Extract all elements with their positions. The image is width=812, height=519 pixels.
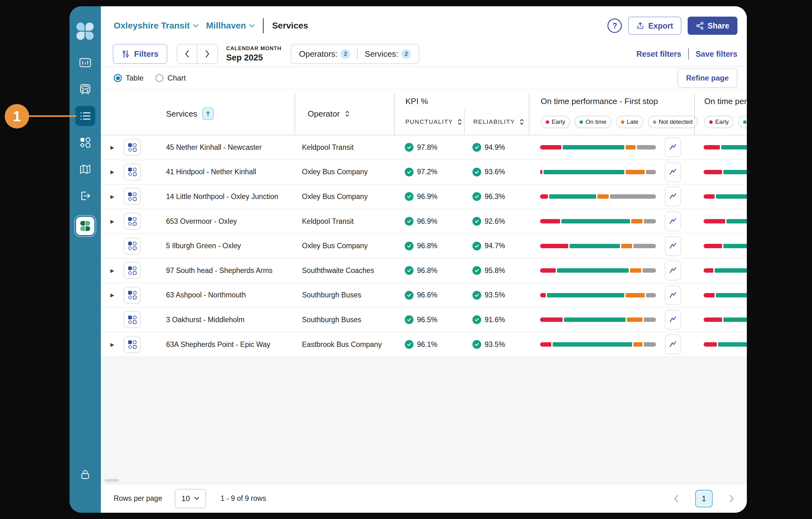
- expand-caret[interactable]: ▶: [110, 292, 114, 298]
- expand-caret[interactable]: ▶: [110, 342, 114, 348]
- expand-caret[interactable]: ▶: [110, 268, 114, 274]
- operator-name: Keldpool Transit: [302, 217, 354, 226]
- check-circle-icon: [405, 192, 413, 201]
- table-view-radio[interactable]: Table: [114, 74, 143, 82]
- sidebar-item-logout[interactable]: [75, 186, 95, 206]
- next-page-button[interactable]: [729, 494, 734, 503]
- square-filled-icon: [128, 316, 132, 319]
- list-icon: [80, 111, 91, 121]
- service-name: 14 Little Northpool - Oxley Junction: [166, 192, 278, 201]
- help-button[interactable]: ?: [607, 19, 622, 33]
- sidebar-item-categories[interactable]: [75, 133, 95, 153]
- service-shapes-icon-button[interactable]: [124, 238, 141, 254]
- export-button[interactable]: Export: [628, 17, 681, 35]
- table-row[interactable]: ▶ 63 Ashpool - Northmouth Southburgh Bus…: [101, 283, 747, 308]
- sparkline-button[interactable]: [665, 137, 681, 157]
- service-shapes-icon-button[interactable]: [124, 164, 141, 181]
- sparkline-button[interactable]: [665, 211, 681, 231]
- reliability-value: 92.6%: [485, 217, 505, 226]
- trend-line-icon: [669, 266, 677, 275]
- previous-month-button[interactable]: [177, 45, 197, 63]
- sparkline-button[interactable]: [665, 187, 681, 207]
- table-row[interactable]: ▶ 97 South head - Shepherds Arms Southth…: [101, 258, 747, 283]
- table-empty-area: [101, 357, 747, 484]
- chart-view-label: Chart: [167, 74, 186, 82]
- circle-outline-icon: [133, 291, 137, 295]
- share-button[interactable]: Share: [688, 17, 737, 35]
- horizontal-scrollbar-thumb[interactable]: [105, 479, 119, 482]
- chart-view-radio[interactable]: Chart: [155, 74, 186, 82]
- sidebar-item-services[interactable]: [75, 106, 95, 126]
- sort-icon[interactable]: [457, 118, 462, 126]
- table-row[interactable]: ▶ 653 Overmoor - Oxley Keldpool Transit …: [101, 209, 747, 234]
- sidebar-item-dashboard[interactable]: [75, 53, 95, 73]
- sparkline-button[interactable]: [665, 236, 681, 256]
- expand-caret[interactable]: ▶: [110, 194, 114, 200]
- legend-chip-early: Early: [704, 116, 734, 128]
- punctuality-value: 96.1%: [417, 340, 437, 349]
- table-row[interactable]: ▶ 14 Little Northpool - Oxley Junction O…: [101, 185, 747, 209]
- service-shapes-icon-button[interactable]: [124, 311, 141, 328]
- punctuality-value: 96.6%: [417, 291, 437, 299]
- sidebar-item-vehicles[interactable]: [75, 79, 95, 99]
- table-row[interactable]: ▶ 41 Hindpool - Nether Kinhall Oxley Bus…: [101, 160, 747, 185]
- service-shapes-icon-button[interactable]: [124, 336, 141, 353]
- table-row[interactable]: ▶ 3 Oakhurst - Middleholm Southburgh Bus…: [101, 308, 747, 332]
- previous-page-button[interactable]: [673, 494, 679, 503]
- sparkline-button[interactable]: [665, 162, 681, 182]
- radio-selected-icon: [114, 74, 122, 82]
- app-logo-icon[interactable]: [77, 23, 94, 40]
- sidebar-item-map[interactable]: [75, 159, 95, 179]
- bar-segment-on-time: [721, 145, 747, 149]
- diamond-outline-icon: [128, 246, 132, 250]
- check-circle-icon: [405, 291, 413, 300]
- expand-caret[interactable]: ▶: [110, 144, 114, 151]
- filters-button[interactable]: Filters: [113, 44, 167, 64]
- sidebar-app-badge[interactable]: [76, 217, 94, 235]
- bar-segment-on-time: [723, 170, 747, 174]
- table-row[interactable]: ▶ 45 Nether Kinhall - Newcaster Keldpool…: [101, 135, 747, 160]
- refine-page-button[interactable]: Refine page: [677, 68, 737, 88]
- table-header: Services Operator KPI % PUNCTUALITY: [101, 89, 747, 135]
- service-shapes-icon-button[interactable]: [124, 262, 141, 279]
- rows-per-page-select[interactable]: 10: [175, 489, 206, 508]
- next-month-button[interactable]: [197, 45, 218, 63]
- operator-name: Southburgh Buses: [302, 291, 361, 299]
- punctuality-value: 96.9%: [417, 192, 437, 201]
- service-shapes-icon-button[interactable]: [124, 139, 141, 156]
- sparkline-button[interactable]: [665, 261, 681, 280]
- reset-filters-button[interactable]: Reset filters: [636, 50, 681, 59]
- sidebar-item-lock[interactable]: [75, 464, 95, 485]
- service-shapes-icon-button[interactable]: [124, 213, 141, 230]
- reliability-value: 96.3%: [485, 192, 505, 201]
- expand-caret[interactable]: ▶: [110, 169, 114, 175]
- reliability-value: 91.6%: [485, 316, 505, 324]
- breadcrumb-region[interactable]: Millhaven: [206, 21, 255, 31]
- bar-segment-early: [704, 219, 725, 223]
- breadcrumb-org[interactable]: Oxleyshire Transit: [114, 21, 199, 31]
- sort-icon[interactable]: [345, 110, 350, 117]
- table-row[interactable]: ▶ 5 Ilburgh Green - Oxley Oxley Bus Comp…: [101, 234, 747, 258]
- check-circle-icon: [472, 315, 481, 324]
- sparkline-button[interactable]: [665, 285, 681, 305]
- sparkline-button[interactable]: [665, 310, 681, 330]
- save-filters-button[interactable]: Save filters: [696, 50, 737, 59]
- chevron-left-icon: [673, 494, 679, 503]
- punctuality-value: 96.8%: [417, 242, 437, 250]
- service-shapes-icon-button[interactable]: [124, 188, 141, 205]
- bar-segment-not-detected: [644, 318, 656, 322]
- trend-line-icon: [669, 143, 677, 152]
- service-shapes-icon-button[interactable]: [124, 287, 141, 304]
- table-row[interactable]: ▶ 63A Shepherds Point - Epic Way Eastbro…: [101, 332, 747, 357]
- row-range-text: 1 - 9 of 9 rows: [221, 494, 266, 503]
- sparkline-button[interactable]: [665, 334, 681, 354]
- services-sort-ascending-button[interactable]: [202, 108, 214, 120]
- circle-outline-icon: [133, 143, 137, 147]
- sort-icon[interactable]: [519, 118, 524, 126]
- annotation-pointer-line: [29, 115, 77, 117]
- expand-caret[interactable]: ▶: [110, 218, 114, 224]
- bar-segment-on-time: [564, 318, 626, 322]
- page-1-button[interactable]: 1: [695, 490, 713, 508]
- active-filters-summary[interactable]: Operators: 2 Services: 2: [291, 44, 419, 64]
- bar-segment-not-detected: [646, 170, 656, 174]
